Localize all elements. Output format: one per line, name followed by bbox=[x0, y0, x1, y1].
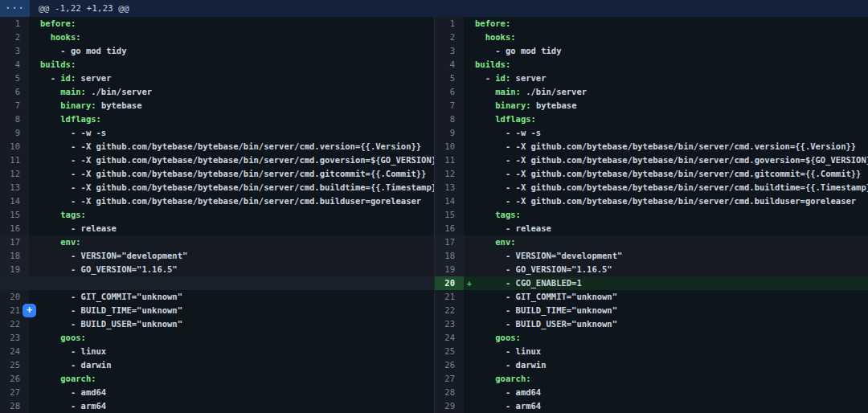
yaml-key: hooks: bbox=[51, 32, 81, 42]
line-number[interactable]: 1 bbox=[435, 17, 464, 31]
line-number[interactable]: 19 bbox=[0, 263, 29, 276]
code-text: ./bin/server bbox=[521, 87, 587, 96]
line-number[interactable]: 8 bbox=[435, 112, 464, 126]
code-text: - CGO_ENABLED=1 bbox=[475, 278, 582, 288]
diff-marker-cell bbox=[29, 112, 40, 126]
line-number[interactable]: 7 bbox=[435, 99, 464, 112]
expand-hunk-button[interactable]: ··· bbox=[0, 0, 30, 17]
line-number[interactable]: 22 bbox=[435, 304, 464, 317]
line-number[interactable]: 29 bbox=[435, 399, 464, 413]
line-number[interactable]: 15 bbox=[0, 208, 29, 222]
line-number[interactable]: 14 bbox=[435, 194, 464, 208]
code-line: env: bbox=[475, 235, 868, 249]
line-number[interactable]: 24 bbox=[0, 345, 29, 358]
diff-marker-cell bbox=[464, 290, 475, 304]
diff-row: 24 goos: bbox=[435, 331, 868, 345]
line-number[interactable]: 2 bbox=[435, 31, 464, 44]
line-number[interactable]: 23 bbox=[0, 331, 29, 345]
line-number[interactable]: 28 bbox=[435, 386, 464, 399]
code-text: - GIT_COMMIT="unknown" bbox=[475, 292, 617, 301]
line-number[interactable]: 4 bbox=[0, 58, 29, 72]
line-number[interactable]: 1 bbox=[0, 17, 29, 31]
diff-marker-cell bbox=[29, 399, 40, 413]
code-text bbox=[40, 87, 60, 96]
line-number[interactable]: 24 bbox=[435, 331, 464, 345]
line-number[interactable]: 18 bbox=[435, 249, 464, 263]
diff-marker-cell bbox=[464, 358, 475, 372]
diff-marker-cell bbox=[29, 153, 40, 167]
code-line: - BUILD_USER="unknown" bbox=[40, 317, 434, 331]
line-number[interactable]: 23 bbox=[435, 317, 464, 331]
line-number[interactable]: 20 bbox=[0, 290, 29, 304]
diff-row: 26 - darwin bbox=[435, 358, 868, 372]
diff-row: 17 env: bbox=[435, 235, 868, 249]
code-line: tags: bbox=[40, 208, 434, 222]
code-line: - -X github.com/bytebase/bytebase/bin/se… bbox=[40, 140, 434, 153]
code-line: - arm64 bbox=[475, 399, 868, 413]
add-comment-button[interactable]: + bbox=[23, 304, 36, 317]
line-number[interactable]: 5 bbox=[0, 72, 29, 85]
code-text: - VERSION="development" bbox=[475, 251, 622, 260]
line-number[interactable]: 9 bbox=[0, 126, 29, 140]
code-text: - bbox=[40, 73, 60, 83]
line-number[interactable]: 2 bbox=[0, 31, 29, 44]
line-number[interactable]: 16 bbox=[0, 222, 29, 235]
line-number[interactable]: 3 bbox=[0, 44, 29, 58]
line-number[interactable]: 20 bbox=[435, 276, 464, 290]
line-number[interactable]: 9 bbox=[435, 126, 464, 140]
code-line: - -X github.com/bytebase/bytebase/bin/se… bbox=[40, 153, 434, 167]
code-line bbox=[40, 276, 434, 290]
line-number[interactable]: 17 bbox=[0, 235, 29, 249]
line-number[interactable]: 25 bbox=[435, 345, 464, 358]
line-number[interactable]: 4 bbox=[435, 58, 464, 72]
code-line: - -X github.com/bytebase/bytebase/bin/se… bbox=[40, 167, 434, 181]
line-number[interactable]: 26 bbox=[0, 372, 29, 386]
yaml-key: main: bbox=[60, 87, 86, 96]
line-number[interactable]: 15 bbox=[435, 208, 464, 222]
line-number[interactable]: 17 bbox=[435, 235, 464, 249]
line-number[interactable]: 8 bbox=[0, 112, 29, 126]
diff-row: 9 - -w -s bbox=[435, 126, 868, 140]
line-number[interactable]: 19 bbox=[435, 263, 464, 276]
line-number[interactable]: 13 bbox=[435, 181, 464, 194]
line-number[interactable]: 26 bbox=[435, 358, 464, 372]
line-number[interactable]: 10 bbox=[0, 140, 29, 153]
code-line: - -X github.com/bytebase/bytebase/bin/se… bbox=[475, 167, 868, 181]
code-text: - -X github.com/bytebase/bytebase/bin/se… bbox=[475, 196, 856, 206]
line-number[interactable]: 21 bbox=[435, 290, 464, 304]
code-text: - arm64 bbox=[475, 401, 541, 411]
yaml-key: id: bbox=[495, 73, 510, 83]
line-number[interactable]: 27 bbox=[435, 372, 464, 386]
line-number[interactable]: 5 bbox=[435, 72, 464, 85]
code-line: - GIT_COMMIT="unknown" bbox=[40, 290, 434, 304]
line-number[interactable]: 13 bbox=[0, 181, 29, 194]
yaml-key: tags: bbox=[60, 210, 86, 219]
line-number[interactable]: 25 bbox=[0, 358, 29, 372]
diff-marker-cell bbox=[29, 345, 40, 358]
code-text: - -X github.com/bytebase/bytebase/bin/se… bbox=[40, 169, 426, 178]
line-number[interactable]: 12 bbox=[0, 167, 29, 181]
line-number[interactable]: 22 bbox=[0, 317, 29, 331]
line-number[interactable]: 18 bbox=[0, 249, 29, 263]
diff-marker-cell bbox=[464, 126, 475, 140]
code-text: bytebase bbox=[531, 100, 577, 110]
line-number[interactable]: 11 bbox=[435, 153, 464, 167]
diff-marker-cell bbox=[29, 72, 40, 85]
line-number[interactable]: 7 bbox=[0, 99, 29, 112]
code-line: - BUILD_TIME="unknown" bbox=[40, 304, 434, 317]
code-line: - linux bbox=[40, 345, 434, 358]
line-number[interactable]: 16 bbox=[435, 222, 464, 235]
diff-row: 27 - amd64 bbox=[0, 386, 434, 399]
code-line: main: ./bin/server bbox=[40, 85, 434, 99]
line-number[interactable]: 6 bbox=[435, 85, 464, 99]
line-number[interactable]: 12 bbox=[435, 167, 464, 181]
diff-marker-cell bbox=[29, 290, 40, 304]
line-number[interactable]: 6 bbox=[0, 85, 29, 99]
line-number[interactable]: 3 bbox=[435, 44, 464, 58]
code-text: - BUILD_USER="unknown" bbox=[40, 319, 182, 329]
line-number[interactable]: 28 bbox=[0, 399, 29, 413]
line-number[interactable]: 11 bbox=[0, 153, 29, 167]
line-number[interactable]: 10 bbox=[435, 140, 464, 153]
line-number[interactable]: 14 bbox=[0, 194, 29, 208]
line-number[interactable]: 27 bbox=[0, 386, 29, 399]
